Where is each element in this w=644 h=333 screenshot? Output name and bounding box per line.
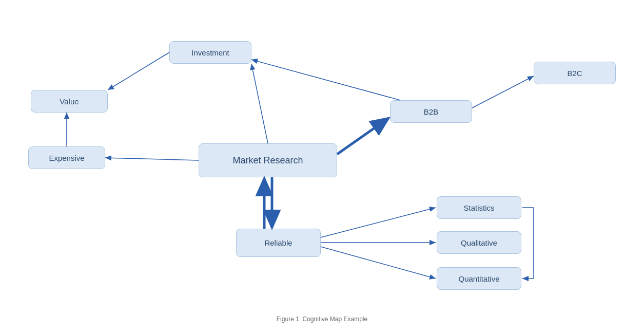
node-reliable: Reliable	[236, 229, 321, 257]
node-statistics: Statistics	[437, 196, 521, 219]
svg-line-7	[251, 60, 400, 100]
figure-caption: Figure 1: Cognitive Map Example	[277, 316, 367, 323]
svg-line-11	[321, 208, 436, 237]
node-expensive: Expensive	[28, 146, 105, 169]
svg-line-2	[251, 64, 268, 143]
svg-line-3	[108, 52, 169, 90]
node-market-research: Market Research	[199, 143, 337, 177]
node-quantitative: Quantitative	[437, 267, 521, 290]
node-b2c: B2C	[534, 62, 616, 84]
node-qualitative: Qualitative	[437, 231, 521, 254]
svg-line-5	[105, 158, 199, 160]
svg-line-13	[321, 247, 436, 279]
node-value: Value	[31, 90, 108, 113]
node-b2b: B2B	[390, 100, 472, 123]
diagram-container: Investment Value Expensive Market Resear…	[0, 0, 644, 333]
svg-line-8	[472, 76, 534, 108]
svg-line-6	[337, 118, 388, 154]
node-investment: Investment	[169, 41, 251, 64]
